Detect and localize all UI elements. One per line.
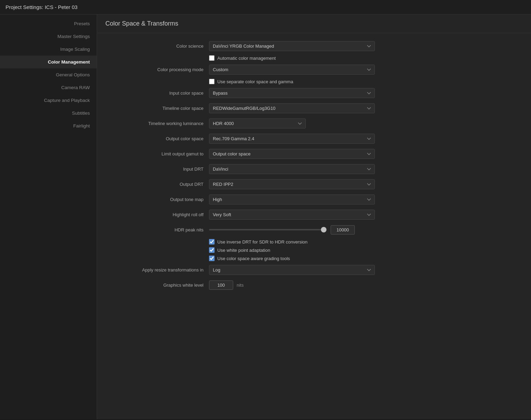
output-tone-map-row: Output tone map High xyxy=(105,193,523,205)
color-science-row: Color science DaVinci YRGB Color Managed xyxy=(105,40,523,52)
output-tone-map-select[interactable]: High xyxy=(209,194,375,204)
timeline-color-space-row: Timeline color space REDWideGamutRGB/Log… xyxy=(105,102,523,114)
graphics-white-level-row: Graphics white level nits xyxy=(105,279,523,291)
sidebar-item-presets[interactable]: Presets xyxy=(0,17,97,30)
input-color-space-label: Input color space xyxy=(105,90,209,96)
output-color-space-label: Output color space xyxy=(105,136,209,141)
sidebar-item-color-management[interactable]: Color Management xyxy=(0,56,97,68)
timeline-working-lum-row: Timeline working luminance HDR 4000 xyxy=(105,117,523,129)
hdr-slider-container xyxy=(209,225,523,235)
input-drt-select[interactable]: DaVinci xyxy=(209,164,375,174)
limit-output-gamut-select[interactable]: Output color space xyxy=(209,149,375,159)
use-white-point-checkbox[interactable] xyxy=(209,247,215,253)
color-processing-mode-row: Color processing mode Custom xyxy=(105,64,523,75)
sidebar-item-image-scaling[interactable]: Image Scaling xyxy=(0,43,97,56)
separate-color-space-row: Use separate color space and gamma xyxy=(105,79,523,84)
use-inverse-drt-label[interactable]: Use inverse DRT for SDR to HDR conversio… xyxy=(209,239,307,245)
timeline-working-lum-control: HDR 4000 xyxy=(209,118,523,128)
sidebar-item-capture-playback[interactable]: Capture and Playback xyxy=(0,94,97,107)
hdr-peak-nits-label: HDR peak nits xyxy=(105,227,209,232)
sidebar-item-fairlight[interactable]: Fairlight xyxy=(0,120,97,132)
use-color-space-checkbox[interactable] xyxy=(209,256,215,261)
color-science-select[interactable]: DaVinci YRGB Color Managed xyxy=(209,41,375,51)
limit-output-gamut-row: Limit output gamut to Output color space xyxy=(105,148,523,160)
settings-panel: Color science DaVinci YRGB Color Managed… xyxy=(97,33,531,301)
output-color-space-control: Rec.709 Gamma 2.4 xyxy=(209,134,523,144)
highlight-roll-off-control: Very Soft xyxy=(209,210,523,220)
output-color-space-row: Output color space Rec.709 Gamma 2.4 xyxy=(105,133,523,144)
sidebar-item-subtitles[interactable]: Subtitles xyxy=(0,107,97,120)
nits-label: nits xyxy=(237,283,244,288)
use-color-space-row: Use color space aware grading tools xyxy=(105,256,523,261)
timeline-color-space-select[interactable]: REDWideGamutRGB/Log3G10 xyxy=(209,103,375,113)
limit-output-gamut-control: Output color space xyxy=(209,149,523,159)
input-color-space-select[interactable]: Bypass xyxy=(209,88,375,98)
highlight-roll-off-row: Highlight roll off Very Soft xyxy=(105,209,523,220)
output-drt-row: Output DRT RED IPP2 xyxy=(105,178,523,190)
auto-color-mgmt-label[interactable]: Automatic color management xyxy=(209,55,276,61)
graphics-white-level-input[interactable] xyxy=(209,280,233,290)
color-science-control: DaVinci YRGB Color Managed xyxy=(209,41,523,51)
color-processing-mode-select[interactable]: Custom xyxy=(209,65,375,75)
use-white-point-label[interactable]: Use white point adaptation xyxy=(209,247,270,253)
hdr-peak-nits-row: HDR peak nits xyxy=(105,224,523,236)
graphics-white-level-control: nits xyxy=(209,280,523,290)
content-area: Color Space & Transforms Color science D… xyxy=(97,15,531,419)
timeline-color-space-label: Timeline color space xyxy=(105,106,209,111)
highlight-roll-off-select[interactable]: Very Soft xyxy=(209,210,375,220)
sidebar-item-camera-raw[interactable]: Camera RAW xyxy=(0,81,97,94)
use-inverse-drt-row: Use inverse DRT for SDR to HDR conversio… xyxy=(105,239,523,245)
output-color-space-select[interactable]: Rec.709 Gamma 2.4 xyxy=(209,134,375,144)
output-drt-select[interactable]: RED IPP2 xyxy=(209,179,375,189)
main-layout: Presets Master Settings Image Scaling Co… xyxy=(0,15,531,419)
auto-color-mgmt-checkbox[interactable] xyxy=(209,55,215,61)
sidebar-item-general-options[interactable]: General Options xyxy=(0,68,97,81)
use-inverse-drt-checkbox[interactable] xyxy=(209,239,215,245)
output-drt-control: RED IPP2 xyxy=(209,179,523,189)
section-title: Color Space & Transforms xyxy=(97,15,531,33)
color-science-label: Color science xyxy=(105,44,209,49)
use-white-point-row: Use white point adaptation xyxy=(105,247,523,253)
timeline-working-lum-select[interactable]: HDR 4000 xyxy=(209,118,306,128)
apply-resize-row: Apply resize transformations in Log xyxy=(105,264,523,276)
timeline-color-space-control: REDWideGamutRGB/Log3G10 xyxy=(209,103,523,113)
highlight-roll-off-label: Highlight roll off xyxy=(105,212,209,217)
apply-resize-control: Log xyxy=(209,265,523,275)
input-color-space-control: Bypass xyxy=(209,88,523,98)
apply-resize-select[interactable]: Log xyxy=(209,265,375,275)
hdr-peak-nits-input[interactable] xyxy=(331,225,355,235)
apply-resize-label: Apply resize transformations in xyxy=(105,267,209,273)
title-bar: Project Settings: ICS - Peter 03 xyxy=(0,0,531,15)
output-tone-map-label: Output tone map xyxy=(105,197,209,202)
input-color-space-row: Input color space Bypass xyxy=(105,87,523,99)
separate-color-space-label[interactable]: Use separate color space and gamma xyxy=(209,79,293,84)
color-processing-mode-label: Color processing mode xyxy=(105,67,209,72)
input-drt-row: Input DRT DaVinci xyxy=(105,163,523,175)
auto-color-mgmt-row: Automatic color management xyxy=(105,55,523,61)
sidebar-item-master-settings[interactable]: Master Settings xyxy=(0,30,97,43)
output-drt-label: Output DRT xyxy=(105,182,209,187)
output-tone-map-control: High xyxy=(209,194,523,204)
graphics-white-level-label: Graphics white level xyxy=(105,283,209,288)
input-drt-control: DaVinci xyxy=(209,164,523,174)
project-title: Project Settings: ICS - Peter 03 xyxy=(6,4,77,10)
sidebar: Presets Master Settings Image Scaling Co… xyxy=(0,15,97,419)
separate-color-space-checkbox[interactable] xyxy=(209,79,215,84)
limit-output-gamut-label: Limit output gamut to xyxy=(105,151,209,156)
hdr-peak-nits-control xyxy=(209,225,523,235)
timeline-working-lum-label: Timeline working luminance xyxy=(105,121,209,126)
input-drt-label: Input DRT xyxy=(105,166,209,172)
hdr-peak-nits-slider[interactable] xyxy=(209,229,326,230)
color-processing-mode-control: Custom xyxy=(209,65,523,75)
use-color-space-label[interactable]: Use color space aware grading tools xyxy=(209,256,290,261)
